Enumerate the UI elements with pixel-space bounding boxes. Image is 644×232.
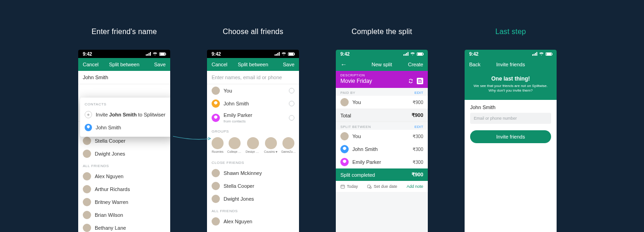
save-button[interactable]: Save [154,62,166,67]
caption-4: Last step [495,28,526,36]
status-icons [403,52,423,56]
friend-row[interactable]: Alex Nguyen [78,170,170,183]
invite-friends-button[interactable]: Invite friends [470,130,551,143]
group-item[interactable]: GameZone [281,137,296,153]
signal-icon [532,52,537,56]
cancel-button[interactable]: Cancel [212,62,227,67]
remove-icon[interactable] [289,115,294,121]
group-item[interactable]: Design du... [246,137,260,153]
back-button[interactable]: Back [469,62,480,67]
status-bar: 9:42 [465,50,557,58]
split-row[interactable]: Emily Parker₹300 [336,156,428,168]
save-button[interactable]: Save [283,62,294,67]
friend-row[interactable]: Arthur Richards [78,183,170,196]
invite-name-label: John Smith [465,100,557,113]
friend-row[interactable]: Alex Nguyen [207,215,299,228]
save-icon[interactable] [417,78,423,84]
split-complete-label: Split completed [340,172,375,178]
person-name: John Smith [224,101,289,106]
remove-icon[interactable] [289,101,294,106]
recurring-icon[interactable] [408,78,414,84]
invite-contact-input[interactable]: Email or phone number [470,113,551,124]
invite-contact-row[interactable]: + Invite John Smith to Splitwiser [80,108,170,121]
name-input[interactable]: John Smith [78,71,170,84]
invite-prefix: Invite [96,112,109,117]
remove-icon[interactable] [289,88,294,93]
plus-icon: + [85,111,92,118]
friend-row[interactable]: Britney Warren [78,196,170,209]
avatar-icon [340,145,349,153]
friend-name: Shawn Mckinney [224,170,294,176]
split-complete-bar: Split completed ₹900 [336,168,428,181]
svg-rect-0 [341,185,345,188]
selected-person-row[interactable]: Emily Parkerfrom contacts [207,110,299,126]
date-button[interactable]: Today [340,184,358,189]
group-item[interactable]: College br... [227,137,242,153]
group-label: College br... [227,150,242,153]
friend-name: Dwight Jones [95,151,166,157]
search-input[interactable]: Enter names, email id or phone [207,71,299,84]
avatar-icon [212,99,220,108]
selected-person-row[interactable]: You [207,84,299,97]
friend-row[interactable]: Dwight Jones [207,192,299,205]
edit-split-link[interactable]: EDIT [414,125,423,129]
friend-name: Alex Nguyen [95,174,166,179]
arrow-annotation [172,135,214,142]
friend-name: Stella Cooper [224,183,294,189]
back-button[interactable]: ← [340,61,347,68]
total-row: Total ₹900 [336,109,428,122]
signal-icon [403,52,408,56]
status-time: 9:42 [469,52,478,57]
groups-strip[interactable]: Roomies College br... Design du... Cousi… [207,135,299,157]
addnote-button[interactable]: Add note [407,184,423,189]
split-row[interactable]: John Smith₹300 [336,143,428,156]
friend-row[interactable]: Shawn Mckinney [207,167,299,180]
phone-3: 9:42 ← New split Create DESCRIPTION Movi… [336,50,428,232]
phone-4: 9:42 Back Invite friends One last thing!… [465,50,557,232]
edit-paidby-link[interactable]: EDIT [414,91,423,95]
description-block[interactable]: DESCRIPTION Movie Friday [336,71,428,88]
friend-row[interactable]: Bethany Lane [78,221,170,232]
contact-row[interactable]: John Smith [80,121,170,134]
friend-row[interactable]: Stella Cooper [207,180,299,192]
battery-icon [417,52,423,56]
group-item[interactable]: Cousins ♥ [264,137,277,153]
navbar: Back Invite friends [465,58,557,71]
total-amount: ₹900 [412,112,423,118]
contact-name: John Smith [96,125,170,130]
friend-row[interactable]: Brian Wilson [78,209,170,221]
status-time: 9:42 [340,52,350,57]
avatar-icon [212,87,220,95]
cancel-button[interactable]: Cancel [83,62,98,67]
avatar-icon [83,198,91,206]
paidby-row[interactable]: You ₹900 [336,96,428,109]
split-complete-amount: ₹900 [412,172,423,178]
split-name: You [352,133,413,139]
avatar-icon [340,158,349,166]
wifi-icon [410,52,415,56]
avatar-icon [83,150,91,158]
create-button[interactable]: Create [408,62,423,67]
invite-suffix: to Splitwiser [137,112,165,117]
avatar-icon [212,217,220,226]
battery-icon [159,52,166,56]
duedate-button[interactable]: Set due date [367,184,397,189]
friend-name: Bethany Lane [95,225,166,231]
friend-name: Stella Cooper [95,138,166,144]
split-name: John Smith [352,146,413,152]
status-icons [275,52,294,56]
friend-row[interactable]: Dwight Jones [78,147,170,160]
footer-row: Today Set due date Add note [336,181,428,192]
duedate-label: Set due date [374,184,397,189]
header-body: We see that your friends are not on Spli… [472,84,549,93]
split-row[interactable]: You₹300 [336,130,428,143]
status-time: 9:42 [212,52,221,57]
phone-1: 9:42 Cancel Split between Save John Smit… [78,50,170,232]
split-amount: ₹300 [413,160,423,165]
navbar: ← New split Create [336,58,428,71]
selected-person-row[interactable]: John Smith [207,97,299,110]
paidby-name: You [352,99,413,105]
status-icons [146,52,166,56]
split-name: Emily Parker [352,159,413,165]
group-avatar-icon [229,137,241,149]
